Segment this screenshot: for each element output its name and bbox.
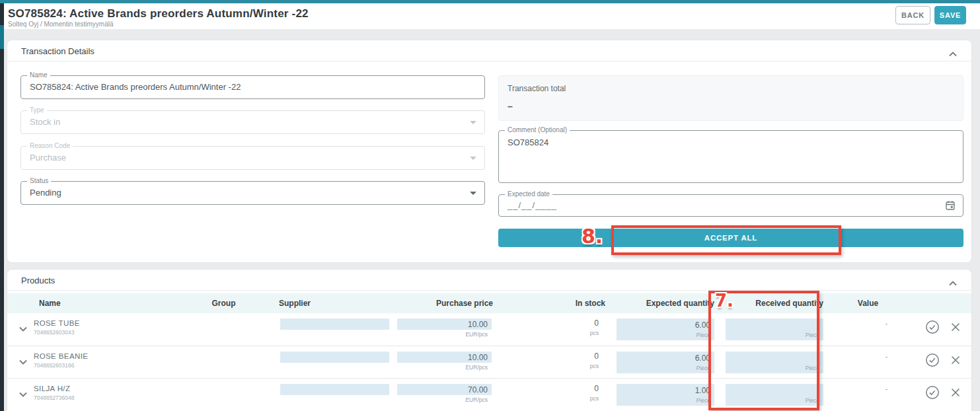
expand-row-button[interactable] [7,346,34,367]
remove-row-button[interactable] [950,320,961,334]
value-cell: - [823,346,913,360]
transaction-details-header: Transaction Details [7,40,971,61]
reason-code-label: Reason Code [27,142,73,149]
products-table-header: Name Group Supplier Purchase price In st… [7,293,971,313]
app-header: SO785824: Active Brands preorders Autumn… [4,3,980,29]
product-barcode: 7048652603166 [34,362,172,369]
remove-row-button[interactable] [950,385,961,400]
col-header-expected-quantity: Expected quantity [605,293,714,308]
status-select-label: Status [27,177,51,184]
purchase-price-field[interactable]: 10.00 [397,352,492,363]
collapse-section-button[interactable] [949,48,957,59]
accept-row-button[interactable] [925,353,940,367]
products-header: Products [7,270,971,291]
status-select[interactable]: Status Pending [20,181,485,205]
products-card: Products Name Group Supplier Purchase pr… [7,269,972,411]
expected-date-label: Expected date [505,190,552,198]
price-unit: EUR/pcs [391,364,492,371]
type-select-value: Stock in [30,117,60,127]
page-title: SO785824: Active Brands preorders Autumn… [8,7,309,20]
col-header-group: Group [172,293,275,308]
purchase-price-field[interactable]: 70.00 [397,384,492,395]
in-stock-value: 0 [493,352,599,361]
dropdown-arrow-icon [470,157,476,160]
dropdown-arrow-icon [470,121,476,124]
in-stock-unit: pcs [493,363,599,369]
check-circle-icon [925,385,940,400]
type-select: Type Stock in [20,110,485,134]
annotation-rect-step8 [611,225,841,255]
in-stock-value: 0 [493,318,599,328]
table-row: ROSE BEANIE 7048652603166 10.00 EUR/pcs … [7,346,971,378]
comment-field[interactable]: Comment (Optional) SO785824 [498,130,963,183]
comment-field-value: SO785824 [508,137,548,147]
in-stock-value: 0 [493,384,599,393]
expected-quantity-field[interactable]: 6.00 Piece [617,352,714,373]
table-row: SILJA H/Z 7048652736048 70.00 EUR/pcs 0 … [7,378,971,410]
in-stock-unit: pcs [493,330,599,336]
reason-code-value: Purchase [30,153,66,163]
chevron-down-icon [19,359,27,365]
x-icon [950,355,961,365]
reason-code-select: Reason Code Purchase [20,146,485,170]
name-field[interactable]: Name SO785824: Active Brands preorders A… [20,75,485,99]
annotation-label-step7: 7. [715,291,734,311]
in-stock-unit: pcs [493,395,599,402]
supplier-field[interactable] [280,352,389,363]
expected-quantity-field[interactable]: 1.00 Piece [617,384,714,406]
product-name: SILJA H/Z [34,385,172,392]
col-header-value: Value [823,293,913,308]
col-header-supplier: Supplier [275,293,391,308]
annotation-label-step8: 8. [582,225,603,248]
accept-row-button[interactable] [925,385,940,400]
comment-field-label: Comment (Optional) [505,126,570,133]
supplier-field[interactable] [280,384,389,395]
purchase-price-field[interactable]: 10.00 [397,318,492,330]
expand-row-button[interactable] [7,313,34,334]
expected-quantity-field[interactable]: 6.00 Piece [617,318,714,340]
price-unit: EUR/pcs [391,396,492,403]
product-barcode: 7048652603043 [34,329,172,336]
name-field-value: SO785824: Active Brands preorders Autumn… [30,82,241,92]
price-unit: EUR/pcs [391,331,492,338]
expected-date-field[interactable]: Expected date __/__/____ [498,194,963,217]
chevron-down-icon [19,326,27,332]
transaction-total-panel: Transaction total – [498,75,963,121]
col-header-in-stock: In stock [493,293,605,308]
x-icon [950,387,961,398]
calendar-icon[interactable] [944,200,956,214]
dropdown-arrow-icon[interactable] [470,192,476,195]
remove-row-button[interactable] [950,353,961,367]
left-edge-sidebar [0,3,4,411]
product-name: ROSE BEANIE [34,352,172,360]
status-select-value: Pending [30,188,61,198]
transaction-total-label: Transaction total [508,84,566,93]
collapse-section-button[interactable] [949,277,957,289]
name-field-label: Name [27,71,50,79]
section-title: Products [21,276,55,285]
check-circle-icon [925,353,940,367]
supplier-field[interactable] [280,318,389,330]
section-title: Transaction Details [21,46,94,56]
value-cell: - [823,379,913,392]
back-button[interactable]: BACK [895,6,930,24]
product-name: ROSE TUBE [34,319,172,327]
transaction-total-value: – [508,101,513,112]
x-icon [950,322,961,332]
accept-row-button[interactable] [925,320,940,334]
expected-date-value: __/__/____ [508,200,557,210]
product-barcode: 7048652736048 [34,394,172,401]
save-button[interactable]: SAVE [934,6,966,24]
chevron-up-icon [949,281,957,286]
chevron-up-icon [949,52,957,57]
col-header-purchase-price: Purchase price [391,293,493,308]
check-circle-icon [925,320,940,334]
col-header-name: Name [34,293,172,308]
breadcrumb: Solteq Oyj / Momentin testimyymälä [8,20,114,28]
chevron-down-icon [19,392,27,397]
expand-row-button[interactable] [7,379,34,400]
table-row: ROSE TUBE 7048652603043 10.00 EUR/pcs 0 … [7,313,971,346]
type-select-label: Type [27,106,47,114]
value-cell: - [823,313,913,327]
